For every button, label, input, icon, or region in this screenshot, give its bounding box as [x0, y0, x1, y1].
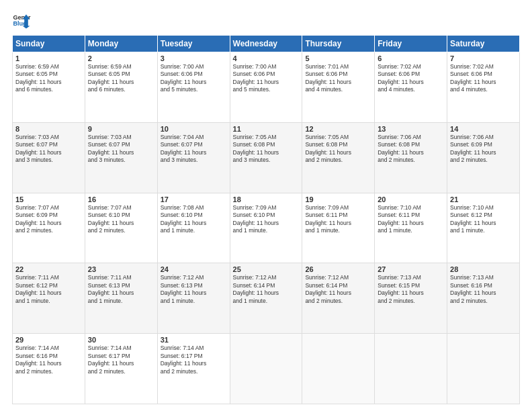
calendar-cell: 27Sunrise: 7:13 AM Sunset: 6:15 PM Dayli…	[375, 263, 447, 334]
calendar-header-row: SundayMondayTuesdayWednesdayThursdayFrid…	[13, 36, 520, 52]
calendar-cell: 31Sunrise: 7:14 AM Sunset: 6:17 PM Dayli…	[157, 334, 230, 404]
calendar-cell: 15Sunrise: 7:07 AM Sunset: 6:09 PM Dayli…	[13, 193, 85, 263]
calendar-cell: 13Sunrise: 7:06 AM Sunset: 6:08 PM Dayli…	[375, 122, 447, 193]
day-number: 27	[378, 265, 444, 273]
calendar-cell: 16Sunrise: 7:07 AM Sunset: 6:10 PM Dayli…	[85, 193, 157, 263]
day-number: 19	[305, 195, 371, 203]
calendar-cell: 25Sunrise: 7:12 AM Sunset: 6:14 PM Dayli…	[230, 263, 302, 334]
day-number: 23	[88, 265, 154, 273]
calendar-header-friday: Friday	[375, 36, 447, 52]
calendar-header-saturday: Saturday	[447, 36, 520, 52]
calendar-row-4: 29Sunrise: 7:14 AM Sunset: 6:16 PM Dayli…	[13, 334, 520, 404]
cell-content: Sunrise: 6:59 AM Sunset: 6:05 PM Dayligh…	[15, 63, 82, 94]
cell-content: Sunrise: 7:14 AM Sunset: 6:16 PM Dayligh…	[15, 345, 82, 375]
calendar-cell: 9Sunrise: 7:03 AM Sunset: 6:07 PM Daylig…	[85, 122, 157, 193]
calendar-cell: 20Sunrise: 7:10 AM Sunset: 6:11 PM Dayli…	[375, 193, 447, 263]
day-number: 9	[88, 125, 154, 133]
cell-content: Sunrise: 7:12 AM Sunset: 6:14 PM Dayligh…	[233, 274, 300, 305]
cell-content: Sunrise: 7:06 AM Sunset: 6:09 PM Dayligh…	[450, 134, 517, 165]
calendar-cell: 11Sunrise: 7:05 AM Sunset: 6:08 PM Dayli…	[230, 122, 302, 193]
day-number: 29	[15, 336, 82, 344]
calendar-cell	[230, 334, 302, 404]
cell-content: Sunrise: 7:03 AM Sunset: 6:07 PM Dayligh…	[88, 134, 154, 165]
day-number: 5	[305, 54, 371, 62]
cell-content: Sunrise: 7:02 AM Sunset: 6:06 PM Dayligh…	[450, 63, 517, 94]
calendar-cell: 17Sunrise: 7:08 AM Sunset: 6:10 PM Dayli…	[157, 193, 230, 263]
cell-content: Sunrise: 7:05 AM Sunset: 6:08 PM Dayligh…	[233, 134, 300, 165]
calendar-cell: 18Sunrise: 7:09 AM Sunset: 6:10 PM Dayli…	[230, 193, 302, 263]
calendar-cell: 19Sunrise: 7:09 AM Sunset: 6:11 PM Dayli…	[302, 193, 375, 263]
cell-content: Sunrise: 7:14 AM Sunset: 6:17 PM Dayligh…	[161, 345, 227, 375]
calendar-cell: 30Sunrise: 7:14 AM Sunset: 6:17 PM Dayli…	[85, 334, 157, 404]
day-number: 21	[450, 195, 517, 203]
calendar-cell: 6Sunrise: 7:02 AM Sunset: 6:06 PM Daylig…	[375, 52, 447, 123]
day-number: 13	[378, 125, 444, 133]
page: General Blue SundayMondayTuesdayWednesda…	[0, 0, 532, 411]
calendar-table: SundayMondayTuesdayWednesdayThursdayFrid…	[12, 35, 520, 404]
cell-content: Sunrise: 7:11 AM Sunset: 6:13 PM Dayligh…	[88, 274, 154, 305]
calendar-row-1: 8Sunrise: 7:03 AM Sunset: 6:07 PM Daylig…	[13, 122, 520, 193]
day-number: 14	[450, 125, 517, 133]
cell-content: Sunrise: 7:12 AM Sunset: 6:13 PM Dayligh…	[161, 274, 227, 305]
cell-content: Sunrise: 7:02 AM Sunset: 6:06 PM Dayligh…	[378, 63, 444, 94]
day-number: 30	[88, 336, 154, 344]
logo-icon: General Blue	[12, 11, 31, 30]
cell-content: Sunrise: 7:01 AM Sunset: 6:06 PM Dayligh…	[305, 63, 371, 94]
day-number: 16	[88, 195, 154, 203]
day-number: 10	[161, 125, 227, 133]
cell-content: Sunrise: 7:12 AM Sunset: 6:14 PM Dayligh…	[305, 274, 371, 305]
day-number: 15	[15, 195, 82, 203]
cell-content: Sunrise: 7:07 AM Sunset: 6:10 PM Dayligh…	[88, 204, 154, 235]
day-number: 3	[161, 54, 227, 62]
day-number: 31	[161, 336, 227, 344]
day-number: 20	[378, 195, 444, 203]
calendar-cell: 24Sunrise: 7:12 AM Sunset: 6:13 PM Dayli…	[157, 263, 230, 334]
calendar-header-wednesday: Wednesday	[230, 36, 302, 52]
header: General Blue	[12, 11, 520, 30]
calendar-cell: 26Sunrise: 7:12 AM Sunset: 6:14 PM Dayli…	[302, 263, 375, 334]
calendar-cell: 3Sunrise: 7:00 AM Sunset: 6:06 PM Daylig…	[157, 52, 230, 123]
day-number: 8	[15, 125, 82, 133]
calendar-cell: 22Sunrise: 7:11 AM Sunset: 6:12 PM Dayli…	[13, 263, 85, 334]
cell-content: Sunrise: 7:08 AM Sunset: 6:10 PM Dayligh…	[161, 204, 227, 235]
day-number: 2	[88, 54, 154, 62]
cell-content: Sunrise: 7:13 AM Sunset: 6:16 PM Dayligh…	[450, 274, 517, 305]
cell-content: Sunrise: 7:14 AM Sunset: 6:17 PM Dayligh…	[88, 345, 154, 375]
cell-content: Sunrise: 7:05 AM Sunset: 6:08 PM Dayligh…	[305, 134, 371, 165]
calendar-cell: 5Sunrise: 7:01 AM Sunset: 6:06 PM Daylig…	[302, 52, 375, 123]
calendar-row-0: 1Sunrise: 6:59 AM Sunset: 6:05 PM Daylig…	[13, 52, 520, 123]
calendar-cell: 28Sunrise: 7:13 AM Sunset: 6:16 PM Dayli…	[447, 263, 520, 334]
cell-content: Sunrise: 6:59 AM Sunset: 6:05 PM Dayligh…	[88, 63, 154, 94]
cell-content: Sunrise: 7:10 AM Sunset: 6:11 PM Dayligh…	[378, 204, 444, 235]
cell-content: Sunrise: 7:00 AM Sunset: 6:06 PM Dayligh…	[233, 63, 300, 94]
cell-content: Sunrise: 7:09 AM Sunset: 6:10 PM Dayligh…	[233, 204, 300, 235]
calendar-cell	[302, 334, 375, 404]
calendar-row-2: 15Sunrise: 7:07 AM Sunset: 6:09 PM Dayli…	[13, 193, 520, 263]
calendar-cell: 21Sunrise: 7:10 AM Sunset: 6:12 PM Dayli…	[447, 193, 520, 263]
calendar-cell	[447, 334, 520, 404]
logo: General Blue	[12, 11, 31, 30]
calendar-header-tuesday: Tuesday	[157, 36, 230, 52]
cell-content: Sunrise: 7:13 AM Sunset: 6:15 PM Dayligh…	[378, 274, 444, 305]
cell-content: Sunrise: 7:10 AM Sunset: 6:12 PM Dayligh…	[450, 204, 517, 235]
day-number: 28	[450, 265, 517, 273]
calendar-cell: 14Sunrise: 7:06 AM Sunset: 6:09 PM Dayli…	[447, 122, 520, 193]
cell-content: Sunrise: 7:11 AM Sunset: 6:12 PM Dayligh…	[15, 274, 82, 305]
cell-content: Sunrise: 7:06 AM Sunset: 6:08 PM Dayligh…	[378, 134, 444, 165]
day-number: 22	[15, 265, 82, 273]
calendar-cell: 1Sunrise: 6:59 AM Sunset: 6:05 PM Daylig…	[13, 52, 85, 123]
cell-content: Sunrise: 7:07 AM Sunset: 6:09 PM Dayligh…	[15, 204, 82, 235]
calendar-cell: 8Sunrise: 7:03 AM Sunset: 6:07 PM Daylig…	[13, 122, 85, 193]
calendar-header-monday: Monday	[85, 36, 157, 52]
calendar-cell: 7Sunrise: 7:02 AM Sunset: 6:06 PM Daylig…	[447, 52, 520, 123]
cell-content: Sunrise: 7:04 AM Sunset: 6:07 PM Dayligh…	[161, 134, 227, 165]
calendar-header-sunday: Sunday	[13, 36, 85, 52]
calendar-cell: 23Sunrise: 7:11 AM Sunset: 6:13 PM Dayli…	[85, 263, 157, 334]
day-number: 7	[450, 54, 517, 62]
cell-content: Sunrise: 7:09 AM Sunset: 6:11 PM Dayligh…	[305, 204, 371, 235]
calendar-cell: 29Sunrise: 7:14 AM Sunset: 6:16 PM Dayli…	[13, 334, 85, 404]
calendar-header-thursday: Thursday	[302, 36, 375, 52]
calendar-cell: 12Sunrise: 7:05 AM Sunset: 6:08 PM Dayli…	[302, 122, 375, 193]
day-number: 26	[305, 265, 371, 273]
day-number: 4	[233, 54, 300, 62]
